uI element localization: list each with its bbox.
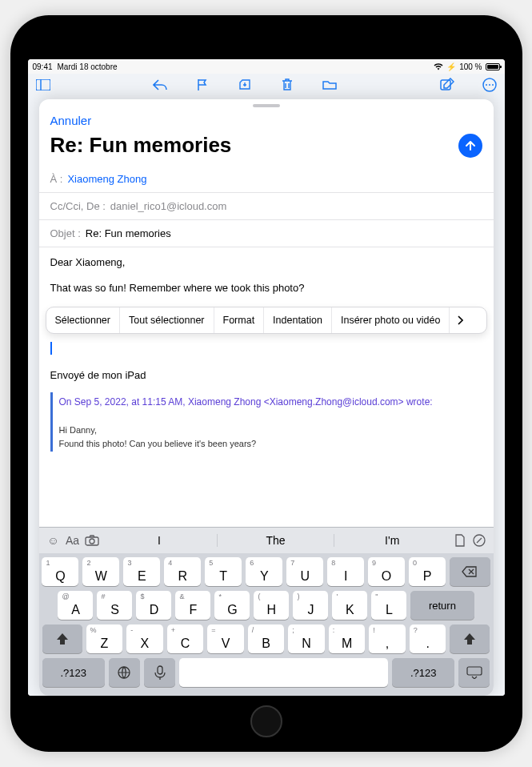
reply-icon[interactable] <box>153 78 167 92</box>
svg-rect-11 <box>158 666 162 674</box>
trash-icon[interactable] <box>280 78 294 92</box>
key-K[interactable]: K' <box>332 591 367 620</box>
hide-keyboard-icon <box>466 666 482 679</box>
key-O[interactable]: O9 <box>368 557 405 586</box>
return-key[interactable]: return <box>410 591 474 620</box>
suggestion-2[interactable]: The <box>217 534 334 547</box>
key-P[interactable]: P0 <box>409 557 446 586</box>
suggestion-3[interactable]: I'm <box>334 534 450 547</box>
quote-body1: Hi Danny, <box>59 424 482 438</box>
text-cursor <box>50 342 52 355</box>
globe-icon <box>117 665 131 680</box>
body-line1: That was so fun! Remember where we took … <box>50 281 482 295</box>
key-H[interactable]: H( <box>254 591 289 620</box>
compose-icon[interactable] <box>440 78 454 92</box>
cc-field[interactable]: Cc/Cci, De : daniel_rico1@icloud.com <box>39 193 494 220</box>
key-D[interactable]: D$ <box>136 591 171 620</box>
battery-icon <box>486 63 500 70</box>
key-S[interactable]: S# <box>97 591 132 620</box>
key-Y[interactable]: Y6 <box>246 557 282 586</box>
menu-insert-photo[interactable]: Insérer photo ou vidéo <box>332 307 450 333</box>
subject-value: Re: Fun memories <box>86 227 171 239</box>
key-N[interactable]: N; <box>288 624 325 653</box>
markup-icon[interactable] <box>470 534 489 547</box>
backspace-key[interactable] <box>450 557 490 586</box>
chevron-right-icon <box>457 315 463 325</box>
menu-format[interactable]: Format <box>214 307 265 333</box>
emoji-search-icon[interactable]: ☺ <box>44 534 63 547</box>
key-U[interactable]: U7 <box>286 557 323 586</box>
key-E[interactable]: E3 <box>123 557 160 586</box>
suggestions: I The I'm <box>102 534 450 547</box>
key-X[interactable]: X- <box>126 624 163 653</box>
charging-icon: ⚡ <box>446 62 456 71</box>
svg-rect-0 <box>36 79 50 90</box>
send-button[interactable] <box>458 134 482 158</box>
svg-point-6 <box>492 84 494 86</box>
quote-block: On Sep 5, 2022, at 11:15 AM, Xiaomeng Zh… <box>50 392 482 451</box>
shift-key-right[interactable] <box>450 624 490 653</box>
shift-key-left[interactable] <box>42 624 82 653</box>
status-bar: 09:41 Mardi 18 octobre ⚡ 100 % <box>28 59 505 74</box>
key-V[interactable]: V= <box>207 624 244 653</box>
shift-icon <box>56 632 69 645</box>
more-icon[interactable] <box>482 78 497 92</box>
mail-bg-toolbar <box>28 74 505 96</box>
sidebar-icon[interactable] <box>36 78 50 92</box>
numkey-left[interactable]: .?123 <box>42 658 105 687</box>
hide-keyboard-key[interactable] <box>458 658 490 687</box>
key-C[interactable]: C+ <box>167 624 204 653</box>
mic-icon <box>154 665 166 680</box>
key-T[interactable]: T5 <box>205 557 242 586</box>
camera-icon[interactable] <box>82 535 102 546</box>
key-Q[interactable]: Q1 <box>42 557 78 586</box>
subject-label: Objet : <box>50 227 81 239</box>
menu-select[interactable]: Sélectionner <box>46 307 121 333</box>
subject-field[interactable]: Objet : Re: Fun memories <box>39 220 494 247</box>
key-,[interactable]: ,! <box>369 624 406 653</box>
text-format-icon[interactable]: Aa <box>63 534 82 547</box>
sheet-grab-handle[interactable] <box>253 104 280 107</box>
space-key[interactable] <box>179 658 388 687</box>
scan-doc-icon[interactable] <box>450 534 470 547</box>
suggestion-1[interactable]: I <box>102 534 218 547</box>
home-button[interactable] <box>250 705 282 737</box>
body-greeting: Dear Xiaomeng, <box>50 255 482 270</box>
key-G[interactable]: G* <box>214 591 250 620</box>
cc-label: Cc/Cci, De : <box>50 200 106 212</box>
kbd-row-4: .?123 .?123 <box>42 658 490 687</box>
to-field[interactable]: À : Xiaomeng Zhong <box>39 166 494 193</box>
key-F[interactable]: F& <box>175 591 210 620</box>
menu-indent[interactable]: Indentation <box>264 307 332 333</box>
move-icon[interactable] <box>238 78 252 92</box>
globe-key[interactable] <box>109 658 140 687</box>
key-B[interactable]: B/ <box>248 624 285 653</box>
key-L[interactable]: L" <box>371 591 406 620</box>
folder-icon[interactable] <box>322 78 337 92</box>
svg-point-4 <box>486 84 487 86</box>
menu-select-all[interactable]: Tout sélectionner <box>120 307 214 333</box>
backspace-icon <box>462 566 478 577</box>
to-label: À : <box>50 173 63 185</box>
numkey-right[interactable]: .?123 <box>392 658 454 687</box>
key-.[interactable]: .? <box>410 624 446 653</box>
key-W[interactable]: W2 <box>82 557 119 586</box>
key-J[interactable]: J) <box>293 591 328 620</box>
status-time: 09:41 <box>33 62 53 71</box>
key-A[interactable]: A@ <box>58 591 93 620</box>
signature: Envoyé de mon iPad <box>50 369 482 381</box>
key-R[interactable]: R4 <box>164 557 201 586</box>
key-Z[interactable]: Z% <box>86 624 123 653</box>
keyboard: ☺ Aa I The I'm Q1W2E3R4T5Y6U7I8O9P0 <box>39 527 494 696</box>
svg-point-5 <box>489 84 490 86</box>
compose-body[interactable]: Dear Xiaomeng, That was so fun! Remember… <box>39 247 494 527</box>
to-value[interactable]: Xiaomeng Zhong <box>67 173 146 185</box>
flag-icon[interactable] <box>195 78 210 92</box>
mic-key[interactable] <box>144 658 175 687</box>
menu-more[interactable] <box>450 307 470 333</box>
mail-background: Annuler Re: Fun memories À : Xiaomeng Zh… <box>28 74 505 696</box>
cancel-button[interactable]: Annuler <box>50 114 92 127</box>
key-M[interactable]: M: <box>329 624 366 653</box>
key-I[interactable]: I8 <box>327 557 364 586</box>
quote-header: On Sep 5, 2022, at 11:15 AM, Xiaomeng Zh… <box>59 396 482 408</box>
